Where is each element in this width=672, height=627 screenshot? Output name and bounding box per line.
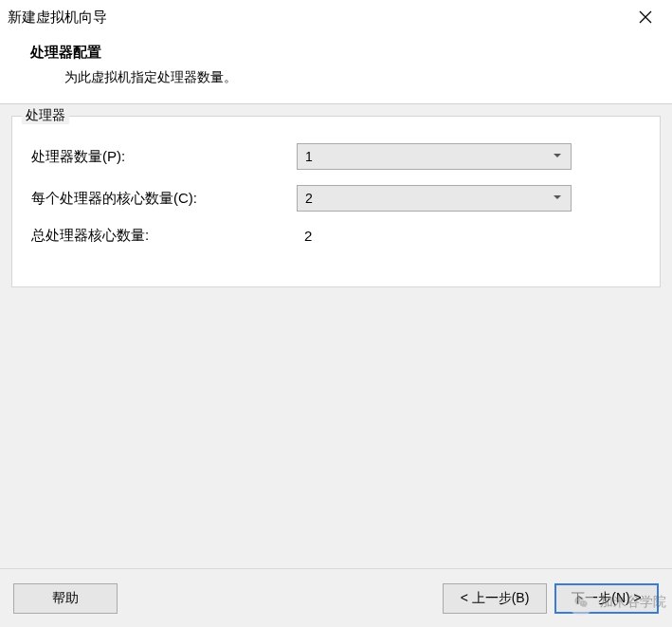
group-legend: 处理器 [22,107,69,124]
button-label: 帮助 [52,590,79,607]
label-total-cores: 总处理器核心数量: [31,227,297,245]
wizard-footer: 帮助 < 上一步(B) 下一步(N) > [0,568,672,627]
help-button[interactable]: 帮助 [13,583,118,614]
row-total-cores: 总处理器核心数量: 2 [31,227,641,245]
button-label: 下一步(N) > [572,590,642,607]
label-processor-count: 处理器数量(P): [31,148,297,166]
combo-value: 1 [305,149,313,164]
chevron-down-icon [552,191,563,206]
value-total-cores: 2 [297,228,312,244]
combo-value: 2 [305,191,313,206]
back-button[interactable]: < 上一步(B) [443,583,547,614]
page-title: 处理器配置 [30,44,664,62]
wizard-header: 处理器配置 为此虚拟机指定处理器数量。 [0,34,672,103]
button-label: < 上一步(B) [461,590,530,607]
page-subtitle: 为此虚拟机指定处理器数量。 [64,69,664,86]
label-cores-per-processor: 每个处理器的核心数量(C): [31,190,297,208]
row-processor-count: 处理器数量(P): 1 [31,143,641,170]
window-title: 新建虚拟机向导 [8,9,627,27]
combo-processor-count[interactable]: 1 [297,143,572,170]
chevron-down-icon [552,149,563,164]
row-cores-per-processor: 每个处理器的核心数量(C): 2 [31,185,641,212]
next-button[interactable]: 下一步(N) > [554,583,659,614]
titlebar: 新建虚拟机向导 [0,0,672,34]
combo-cores-per-processor[interactable]: 2 [297,185,572,212]
close-icon[interactable] [627,0,664,34]
processors-group: 处理器 处理器数量(P): 1 每个处理器的核心数量(C): 2 总处理器核心数… [11,116,661,287]
content-area: 处理器 处理器数量(P): 1 每个处理器的核心数量(C): 2 总处理器核心数… [0,104,672,299]
